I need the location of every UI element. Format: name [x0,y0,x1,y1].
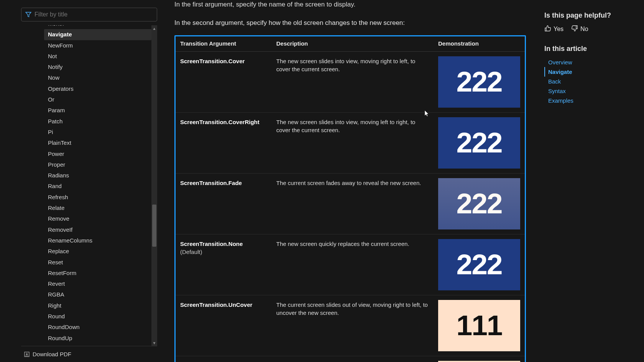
transition-argument: ScreenTransition.UnCoverRight [176,356,272,362]
sidebar-item-right[interactable]: Right [44,300,151,311]
demo-tile: 222 [438,56,520,108]
filter-box[interactable] [21,8,157,21]
col-header-argument: Transition Argument [176,36,272,52]
transition-description: The current screen fades away to reveal … [272,173,434,234]
transition-argument: ScreenTransition.None(Default) [176,234,272,295]
sidebar-item-resetform[interactable]: ResetForm [44,268,151,278]
filter-icon [25,11,31,18]
transition-demo-cell: 111 [434,295,525,356]
transition-description: The current screen slides out of view, m… [272,356,434,362]
sidebar-item-power[interactable]: Power [44,149,151,159]
sidebar-item-revert[interactable]: Revert [44,278,151,289]
helpful-yes-button[interactable]: Yes [544,25,564,33]
transitions-table: Transition Argument Description Demonstr… [176,36,525,362]
sidebar-item-removeif[interactable]: RemoveIf [44,224,151,235]
scroll-up-icon[interactable]: ▲ [151,25,157,31]
sidebar-item-refresh[interactable]: Refresh [44,192,151,203]
table-row: ScreenTransition.UnCoverThe current scre… [176,295,525,356]
sidebar-item-reset[interactable]: Reset [44,257,151,268]
transition-demo-cell: 222 [434,173,525,234]
col-header-demonstration: Demonstration [434,36,525,52]
demo-tile [438,361,520,362]
transition-demo-cell: 222 [434,51,525,112]
table-row: ScreenTransition.FadeThe current screen … [176,173,525,234]
transition-argument: ScreenTransition.CoverRight [176,112,272,173]
transition-description: The new screen slides into view, moving … [272,51,434,112]
transitions-table-wrap: Transition Argument Description Demonstr… [174,35,526,362]
nav-scrollbar[interactable]: ▲ ▼ [151,25,157,346]
col-header-description: Description [272,36,434,52]
toc-item-navigate[interactable]: Navigate [544,67,636,77]
filter-input[interactable] [34,11,153,18]
transition-description: The new screen quickly replaces the curr… [272,234,434,295]
sidebar-item-operators[interactable]: Operators [44,84,151,94]
helpful-no-label: No [580,26,588,33]
table-row: ScreenTransition.CoverThe new screen sli… [176,51,525,112]
thumbs-up-icon [544,25,551,33]
demo-tile: 222 [438,117,520,169]
table-row: ScreenTransition.UnCoverRightThe current… [176,356,525,362]
toc-item-back[interactable]: Back [544,77,636,86]
toc-item-overview[interactable]: Overview [544,57,636,67]
helpful-question: Is this page helpful? [544,11,636,20]
sidebar-item-replace[interactable]: Replace [44,246,151,257]
transition-demo-cell [434,356,525,362]
download-pdf-label: Download PDF [33,351,71,357]
sidebar-item-roundup[interactable]: RoundUp [44,333,151,344]
transition-description: The new screen slides into view, moving … [272,112,434,173]
sidebar-item-rgba[interactable]: RGBA [44,289,151,300]
sidebar-item-pi[interactable]: Pi [44,127,151,138]
helpful-yes-label: Yes [554,26,564,33]
sidebar-item-relate[interactable]: Relate [44,203,151,213]
sidebar-item-month[interactable]: Month [44,25,151,29]
transition-description: The current screen slides out of view, m… [272,295,434,356]
toc-item-syntax[interactable]: Syntax [544,86,636,96]
scrollbar-thumb[interactable] [152,205,156,247]
sidebar-item-now[interactable]: Now [44,72,151,83]
intro-paragraph-1: In the first argument, specify the name … [174,0,529,9]
sidebar-item-radians[interactable]: Radians [44,170,151,181]
sidebar-item-newform[interactable]: NewForm [44,40,151,51]
main-content: In the first argument, specify the name … [159,0,544,362]
sidebar-item-rounddown[interactable]: RoundDown [44,322,151,333]
thumbs-down-icon [571,25,578,33]
sidebar-item-patch[interactable]: Patch [44,116,151,127]
transition-demo-cell: 222 [434,234,525,295]
scroll-down-icon[interactable]: ▼ [151,340,157,346]
table-row: ScreenTransition.CoverRightThe new scree… [176,112,525,173]
sidebar-item-proper[interactable]: Proper [44,159,151,170]
transition-argument: ScreenTransition.UnCover [176,295,272,356]
transition-demo-cell: 222 [434,112,525,173]
helpful-no-button[interactable]: No [571,25,588,33]
toc-title: In this article [544,45,636,53]
sidebar-item-notify[interactable]: Notify [44,62,151,72]
sidebar-item-remove[interactable]: Remove [44,213,151,224]
sidebar-item-param[interactable]: Param [44,105,151,116]
demo-tile: 111 [438,300,520,351]
nav-scroll: MonthNavigateNewFormNotNotifyNowOperator… [21,25,157,346]
sidebar-item-navigate[interactable]: Navigate [44,29,151,40]
sidebar-item-or[interactable]: Or [44,94,151,105]
sidebar-item-rand[interactable]: Rand [44,181,151,192]
sidebar-item-renamecolumns[interactable]: RenameColumns [44,235,151,246]
download-pdf-link[interactable]: Download PDF [21,346,157,362]
left-sidebar: MonthNavigateNewFormNotNotifyNowOperator… [0,0,159,362]
sidebar-item-not[interactable]: Not [44,51,151,62]
demo-tile: 222 [438,178,520,229]
transition-argument: ScreenTransition.Fade [176,173,272,234]
intro-paragraph-2: In the second argument, specify how the … [174,18,529,28]
right-rail: Is this page helpful? Yes No In this [544,0,644,362]
table-row: ScreenTransition.None(Default)The new sc… [176,234,525,295]
demo-tile: 222 [438,239,520,290]
transition-argument: ScreenTransition.Cover [176,51,272,112]
sidebar-item-plaintext[interactable]: PlainText [44,138,151,148]
sidebar-item-round[interactable]: Round [44,311,151,322]
download-icon [24,352,30,357]
toc-item-examples[interactable]: Examples [544,96,636,105]
